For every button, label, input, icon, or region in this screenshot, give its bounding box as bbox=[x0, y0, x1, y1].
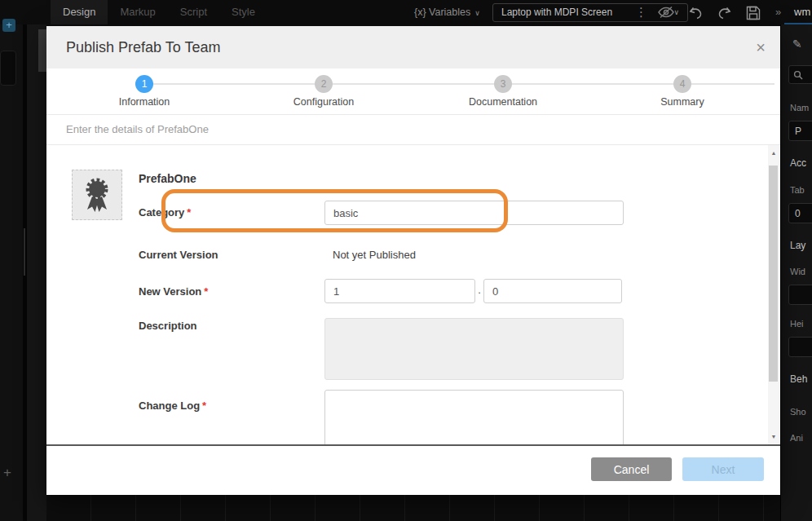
name-field[interactable] bbox=[788, 121, 812, 141]
prefab-name-heading: PrefabOne bbox=[139, 172, 196, 185]
step-configuration[interactable]: 2 Configuration bbox=[258, 75, 389, 108]
step-number-badge: 2 bbox=[315, 75, 333, 93]
section-accessibility: Acc bbox=[790, 157, 806, 169]
undo-icon[interactable] bbox=[687, 7, 704, 20]
change-log-label-text: Change Log bbox=[139, 400, 200, 412]
cancel-button[interactable]: Cancel bbox=[591, 457, 672, 481]
sidebar-panel-block bbox=[0, 51, 16, 86]
height-field[interactable] bbox=[788, 337, 812, 357]
category-highlight-annotation bbox=[161, 189, 508, 232]
new-version-label: New Version* bbox=[139, 285, 208, 298]
expand-panel-icon[interactable]: » bbox=[775, 0, 781, 24]
save-icon[interactable] bbox=[746, 6, 761, 20]
add-button[interactable]: + bbox=[2, 19, 15, 32]
version-separator: . bbox=[475, 284, 483, 296]
publish-prefab-dialog: Publish Prefab To Team × 1 Information 2… bbox=[46, 26, 780, 495]
sidebar-column bbox=[27, 24, 46, 521]
scroll-up-icon[interactable]: ▲ bbox=[768, 150, 779, 156]
name-field-label: Nam bbox=[790, 103, 809, 113]
redo-icon[interactable] bbox=[717, 7, 733, 20]
description-label: Description bbox=[139, 320, 197, 332]
step-label: Summary bbox=[617, 96, 748, 108]
height-label: Hei bbox=[790, 319, 804, 329]
animation-label: Ani bbox=[790, 433, 803, 443]
step-number-badge: 1 bbox=[135, 75, 153, 93]
step-label: Information bbox=[79, 96, 210, 108]
tab-design[interactable]: Design bbox=[51, 0, 108, 24]
scroll-down-icon[interactable]: ▼ bbox=[768, 434, 779, 439]
section-layout: Lay bbox=[790, 240, 805, 251]
tab-markup[interactable]: Markup bbox=[108, 0, 167, 24]
close-icon[interactable]: × bbox=[756, 39, 766, 55]
version-minor-input[interactable] bbox=[483, 279, 622, 303]
canvas-grid-strip bbox=[46, 495, 780, 521]
properties-search-input[interactable] bbox=[788, 65, 812, 84]
right-panel-partial-text: wm bbox=[794, 0, 810, 24]
dialog-title: Publish Prefab To Team bbox=[66, 39, 756, 56]
width-field[interactable] bbox=[788, 285, 812, 305]
left-sidebar: + bbox=[0, 24, 46, 521]
top-toolbar: « Design Markup Script Style {x} Variabl… bbox=[0, 0, 812, 24]
width-label: Wid bbox=[790, 267, 805, 276]
wizard-stepper: 1 Information 2 Configuration 3 Document… bbox=[46, 68, 780, 115]
sidebar-divider bbox=[24, 228, 25, 276]
app-canvas: « Design Markup Script Style {x} Variabl… bbox=[0, 0, 812, 521]
change-log-textarea[interactable] bbox=[324, 390, 624, 444]
dialog-subtitle: Enter the details of PrefabOne bbox=[46, 115, 780, 145]
show-label: Sho bbox=[790, 407, 806, 417]
description-textarea bbox=[324, 318, 624, 380]
step-documentation[interactable]: 3 Documentation bbox=[438, 75, 568, 108]
editor-mode-tabs: Design Markup Script Style bbox=[51, 0, 267, 24]
award-ribbon-icon bbox=[81, 176, 113, 214]
new-version-label-text: New Version bbox=[139, 285, 201, 298]
prefab-icon-tile[interactable] bbox=[72, 170, 122, 220]
section-behavior: Beh bbox=[790, 373, 807, 385]
sidebar-scrollbar[interactable] bbox=[38, 29, 46, 72]
step-summary[interactable]: 4 Summary bbox=[617, 75, 748, 108]
current-version-label: Current Version bbox=[139, 249, 218, 261]
tab-index-label: Tab bbox=[790, 185, 805, 195]
variables-menu[interactable]: {x} Variables∨ bbox=[414, 0, 480, 24]
step-number-badge: 4 bbox=[673, 75, 691, 93]
current-version-value: Not yet Published bbox=[333, 249, 416, 261]
tab-index-field[interactable] bbox=[788, 203, 812, 223]
chevron-down-icon: ∨ bbox=[474, 9, 480, 17]
next-button[interactable]: Next bbox=[682, 457, 764, 481]
step-label: Configuration bbox=[258, 96, 389, 108]
version-major-input[interactable] bbox=[324, 279, 475, 303]
preview-eye-off-icon[interactable] bbox=[657, 6, 675, 19]
tab-script[interactable]: Script bbox=[168, 0, 219, 24]
variables-label: {x} Variables bbox=[414, 7, 470, 18]
scrollbar-thumb[interactable] bbox=[769, 166, 778, 382]
dialog-form-body: PrefabOne Category* Current Version Not … bbox=[46, 145, 780, 444]
search-icon bbox=[793, 70, 803, 80]
step-number-badge: 3 bbox=[494, 75, 512, 93]
step-label: Documentation bbox=[438, 96, 568, 108]
dialog-header: Publish Prefab To Team × bbox=[46, 26, 780, 68]
device-selector-value: Laptop with MDPI Screen bbox=[501, 4, 612, 21]
required-asterisk: * bbox=[202, 400, 206, 412]
edit-pencil-icon[interactable]: ✎ bbox=[792, 38, 802, 51]
tab-style[interactable]: Style bbox=[219, 0, 267, 24]
required-asterisk: * bbox=[204, 285, 208, 298]
right-panel-active-tab-indicator bbox=[784, 23, 812, 24]
more-options-icon[interactable]: ⋮ bbox=[635, 0, 647, 24]
dialog-footer: Cancel Next bbox=[46, 444, 780, 495]
change-log-label: Change Log* bbox=[139, 400, 206, 412]
dialog-scrollbar[interactable]: ▲ ▼ bbox=[768, 145, 779, 444]
properties-panel: ✎ Nam Acc Tab Lay Wid Hei Beh Sho Ani bbox=[780, 24, 812, 521]
step-information[interactable]: 1 Information bbox=[79, 75, 210, 108]
add-item-button[interactable]: + bbox=[3, 465, 11, 481]
